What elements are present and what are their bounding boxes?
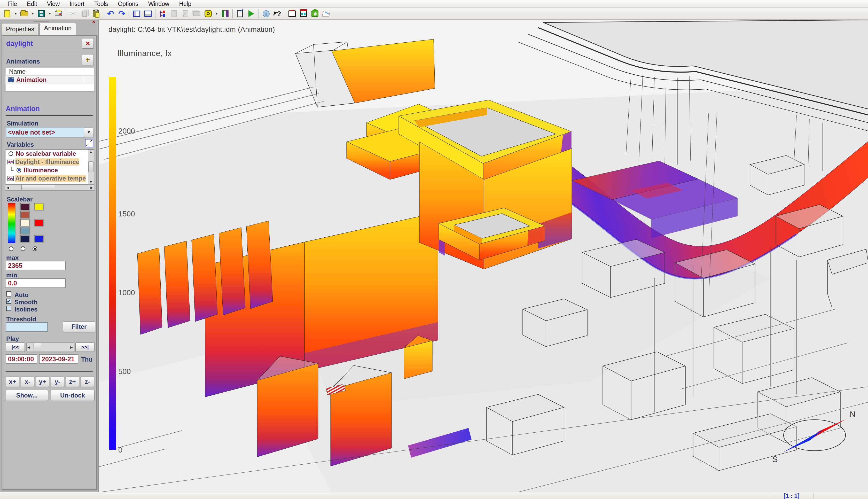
accent-swatch-red[interactable] xyxy=(34,219,44,226)
palette-radio-3[interactable] xyxy=(33,246,37,251)
open-dropdown-button[interactable]: ▼ xyxy=(30,9,36,19)
palette-swatch-5[interactable] xyxy=(20,235,29,242)
web-info-button[interactable]: i xyxy=(260,9,272,19)
run-button[interactable] xyxy=(246,9,257,19)
accent-swatch-yellow[interactable] xyxy=(34,203,44,210)
menu-file[interactable]: File xyxy=(3,0,22,8)
edit-button[interactable] xyxy=(180,9,191,19)
animations-name-header[interactable]: Name xyxy=(5,68,94,76)
undock-button[interactable]: Un-dock xyxy=(51,390,95,401)
scrollbar-thumb[interactable] xyxy=(88,161,94,172)
palette-radio-1[interactable] xyxy=(9,246,13,251)
building-outline-button[interactable] xyxy=(286,9,298,19)
radio-icon[interactable] xyxy=(9,151,13,156)
isolines-checkbox[interactable] xyxy=(6,306,11,311)
close-form-button[interactable]: × xyxy=(82,38,94,49)
menu-window[interactable]: Window xyxy=(143,0,174,8)
copy-button[interactable] xyxy=(79,9,90,19)
time-slider[interactable]: ◀ ▶ xyxy=(26,342,74,352)
split-horizontal-button[interactable] xyxy=(142,9,154,19)
settings-dropdown-button[interactable]: ▼ xyxy=(214,9,220,19)
view-y-plus-button[interactable]: y+ xyxy=(36,377,49,387)
redo-button[interactable]: ↷ xyxy=(116,9,127,19)
menu-view[interactable]: View xyxy=(42,0,64,8)
scroll-down-icon[interactable]: ▼ xyxy=(89,180,93,184)
folders-button[interactable] xyxy=(191,9,203,19)
slider-right-icon[interactable]: ▶ xyxy=(70,345,74,349)
home-button[interactable] xyxy=(309,9,320,19)
view-x-plus-button[interactable]: x+ xyxy=(6,377,20,387)
undo-button[interactable]: ↶ xyxy=(105,9,116,19)
toolbar-separator xyxy=(258,9,259,18)
variables-vertical-scrollbar[interactable]: ▲ ▼ xyxy=(88,149,94,184)
settings-button[interactable] xyxy=(203,9,214,19)
paste-button[interactable] xyxy=(90,9,101,19)
tree-view-button[interactable] xyxy=(157,9,168,19)
max-input[interactable] xyxy=(6,261,65,270)
palette-swatch-3[interactable] xyxy=(20,219,29,226)
palette-swatch-4[interactable] xyxy=(20,227,29,234)
go-to-end-button[interactable]: >>| xyxy=(75,342,95,352)
menu-options[interactable]: Options xyxy=(113,0,143,8)
view-x-minus-button[interactable]: x- xyxy=(21,377,34,387)
cut-button[interactable]: ✂ xyxy=(68,9,79,19)
variables-horizontal-scrollbar[interactable]: ◀ ▶ xyxy=(5,184,94,191)
dock-grip[interactable] xyxy=(34,22,49,22)
save-dropdown-button[interactable]: ▼ xyxy=(47,9,53,19)
print-button[interactable] xyxy=(53,9,64,19)
open-button[interactable] xyxy=(19,9,30,19)
run-dialog-button[interactable] xyxy=(234,9,246,19)
view-z-plus-button[interactable]: z+ xyxy=(65,377,79,387)
view-z-minus-button[interactable]: z- xyxy=(81,377,94,387)
menu-edit[interactable]: Edit xyxy=(22,0,42,8)
threshold-input[interactable] xyxy=(6,322,48,332)
context-help-button[interactable]: ? xyxy=(272,9,283,19)
split-vertical-button[interactable] xyxy=(131,9,142,19)
variable-item-illuminance[interactable]: └ Illuminance xyxy=(5,166,94,174)
go-to-start-button[interactable]: |<< xyxy=(6,342,25,352)
new-button[interactable] xyxy=(2,9,13,19)
accent-swatch-blue[interactable] xyxy=(34,235,44,242)
simulation-combobox[interactable]: <value not set> ▼ xyxy=(6,127,94,137)
variable-item-daylight[interactable]: Daylight - Illuminance xyxy=(5,158,94,166)
scroll-left-icon[interactable]: ◀ xyxy=(5,186,9,190)
scroll-up-icon[interactable]: ▲ xyxy=(89,150,93,154)
menu-tools[interactable]: Tools xyxy=(89,0,113,8)
time-input[interactable] xyxy=(6,354,37,364)
palette-radio-2[interactable] xyxy=(21,246,25,251)
toolbar-separator xyxy=(129,9,130,18)
scrollbar-thumb[interactable] xyxy=(22,185,55,190)
animation-row[interactable]: Animation xyxy=(5,76,94,84)
date-input[interactable] xyxy=(39,354,78,364)
palette-swatch-2[interactable] xyxy=(20,211,29,218)
save-button[interactable] xyxy=(36,9,47,19)
new-dropdown-button[interactable]: ▼ xyxy=(13,9,19,19)
radio-selected-icon[interactable] xyxy=(16,168,21,172)
3d-viewport[interactable]: N S daylight: C:\64-bit VTK\test\dayligh… xyxy=(99,20,868,492)
palette-swatch-1[interactable] xyxy=(20,203,29,210)
show-button[interactable]: Show... xyxy=(6,390,48,401)
expand-variables-button[interactable] xyxy=(85,139,93,147)
add-animation-button[interactable]: + xyxy=(82,54,94,65)
tab-properties[interactable]: Properties xyxy=(2,23,38,35)
slider-thumb[interactable] xyxy=(34,343,41,351)
slider-left-icon[interactable]: ◀ xyxy=(27,345,30,349)
building-button[interactable] xyxy=(298,9,309,19)
variable-item-none[interactable]: No scalebar variable xyxy=(5,149,94,158)
smooth-checkbox[interactable]: ✓ xyxy=(6,299,11,304)
menu-help[interactable]: Help xyxy=(174,0,196,8)
variable-item-air-temp[interactable]: Air and operative tempe xyxy=(5,174,94,183)
tab-animation[interactable]: Animation xyxy=(39,23,76,35)
filter-button[interactable]: Filter xyxy=(63,321,95,332)
view-y-minus-button[interactable]: y- xyxy=(51,377,64,387)
simulation-dropdown-button[interactable]: ▼ xyxy=(84,127,94,137)
sketch-button[interactable] xyxy=(320,9,332,19)
scroll-right-icon[interactable]: ▶ xyxy=(90,186,94,190)
document-button[interactable] xyxy=(168,9,180,19)
dock-close-icon[interactable]: × xyxy=(92,19,95,25)
reports-button[interactable] xyxy=(220,9,231,19)
rainbow-palette-swatch[interactable] xyxy=(8,203,15,243)
auto-checkbox[interactable] xyxy=(6,291,11,296)
menu-insert[interactable]: Insert xyxy=(64,0,89,8)
min-input[interactable] xyxy=(6,278,65,288)
